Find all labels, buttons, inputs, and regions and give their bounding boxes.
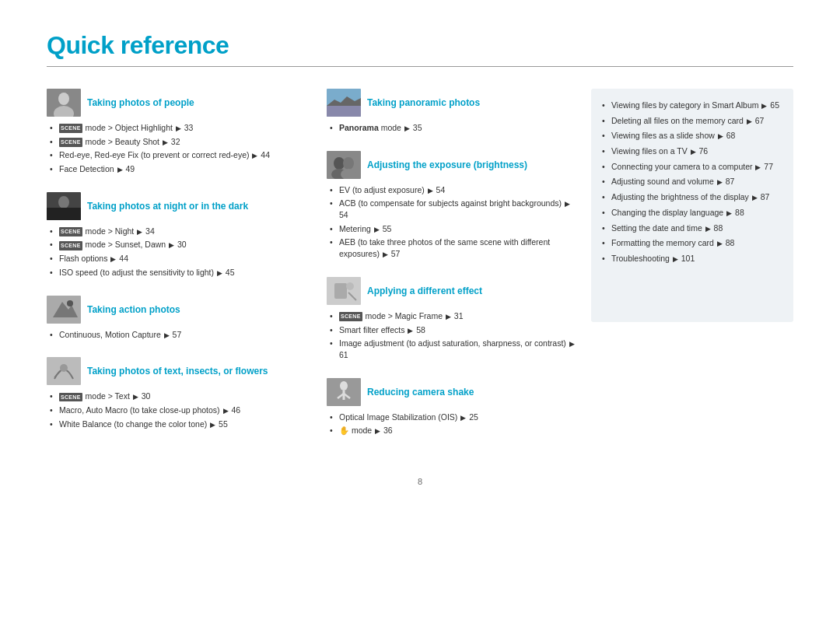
list-item: Smart filter effects ▶ 58 (330, 324, 576, 336)
section-panoramic-body: Panorama mode ▶ 35 (327, 122, 576, 134)
list-item: Image adjustment (to adjust saturation, … (330, 338, 576, 360)
list-item: Panorama mode ▶ 35 (330, 122, 576, 134)
list-item: ✋ mode ▶ 36 (330, 425, 576, 436)
list-item: SCENE mode > Magic Frame ▶ 31 (330, 310, 576, 322)
list-item: Macro, Auto Macro (to take close-up phot… (50, 405, 311, 416)
list-item: Troubleshooting ▶ 101 (602, 253, 782, 264)
section-action-body: Continuous, Motion Capture ▶ 57 (47, 329, 311, 341)
section-shake-list: Optical Image Stabilization (OIS) ▶ 25 ✋… (330, 412, 576, 436)
section-people-list: SCENE mode > Object Highlight ▶ 33 SCENE… (50, 122, 311, 175)
svg-rect-6 (47, 208, 81, 220)
section-night-title: Taking photos at night or in the dark (87, 201, 248, 212)
section-text-header: Taking photos of text, insects, or flowe… (47, 357, 311, 385)
list-item: ACB (to compensate for subjects against … (330, 198, 576, 220)
section-text-thumb (47, 357, 81, 385)
list-item: Viewing files on a TV ▶ 76 (602, 145, 782, 157)
list-item: Adjusting sound and volume ▶ 87 (602, 176, 782, 187)
section-shake-header: Reducing camera shake (327, 378, 576, 406)
section-panoramic: Taking panoramic photos Panorama mode ▶ … (327, 89, 576, 134)
content-columns: Taking photos of people SCENE mode > Obj… (47, 89, 793, 454)
section-action-thumb (47, 296, 81, 324)
list-item: SCENE mode > Sunset, Dawn ▶ 30 (50, 239, 311, 250)
section-text-body: SCENE mode > Text ▶ 30 Macro, Auto Macro… (47, 391, 311, 429)
list-item: SCENE mode > Beauty Shot ▶ 32 (50, 136, 311, 148)
section-panoramic-thumb (327, 89, 361, 117)
list-item: SCENE mode > Night ▶ 34 (50, 226, 311, 237)
section-shake: Reducing camera shake Optical Image Stab… (327, 378, 576, 436)
section-night-thumb (47, 192, 81, 220)
section-action: Taking action photos Continuous, Motion … (47, 296, 311, 341)
section-people-thumb (47, 89, 81, 117)
svg-rect-22 (334, 283, 347, 299)
svg-point-18 (343, 157, 354, 170)
section-text-title: Taking photos of text, insects, or flowe… (87, 366, 268, 377)
section-exposure-list: EV (to adjust exposure) ▶ 54 ACB (to com… (330, 184, 576, 260)
section-effect-title: Applying a different effect (367, 285, 482, 296)
right-list: Viewing files by category in Smart Album… (602, 100, 782, 264)
section-panoramic-header: Taking panoramic photos (327, 89, 576, 117)
section-action-list: Continuous, Motion Capture ▶ 57 (50, 329, 311, 341)
list-item: Red-eye, Red-eye Fix (to prevent or corr… (50, 149, 311, 161)
section-panoramic-list: Panorama mode ▶ 35 (330, 122, 576, 134)
list-item: Metering ▶ 55 (330, 223, 576, 235)
section-text: Taking photos of text, insects, or flowe… (47, 357, 311, 429)
section-panoramic-title: Taking panoramic photos (367, 97, 480, 108)
col-right: Viewing files by category in Smart Album… (591, 89, 793, 454)
svg-point-11 (60, 364, 68, 372)
list-item: Viewing files as a slide show ▶ 68 (602, 130, 782, 142)
list-item: Deleting all files on the memory card ▶ … (602, 115, 782, 127)
col-mid: Taking panoramic photos Panorama mode ▶ … (327, 89, 591, 454)
section-people-header: Taking photos of people (47, 89, 311, 117)
svg-point-9 (67, 300, 73, 306)
svg-point-1 (58, 93, 69, 105)
section-people-title: Taking photos of people (87, 97, 194, 108)
section-night-list: SCENE mode > Night ▶ 34 SCENE mode > Sun… (50, 226, 311, 278)
section-effect: Applying a different effect SCENE mode >… (327, 277, 576, 361)
section-action-header: Taking action photos (47, 296, 311, 324)
list-item: Viewing files by category in Smart Album… (602, 100, 782, 111)
col-left: Taking photos of people SCENE mode > Obj… (47, 89, 327, 454)
section-people-body: SCENE mode > Object Highlight ▶ 33 SCENE… (47, 122, 311, 175)
list-item: EV (to adjust exposure) ▶ 54 (330, 184, 576, 196)
section-exposure-header: Adjusting the exposure (brightness) (327, 151, 576, 179)
section-night: Taking photos at night or in the dark SC… (47, 192, 311, 278)
list-item: SCENE mode > Object Highlight ▶ 33 (50, 122, 311, 134)
list-item: AEB (to take three photos of the same sc… (330, 236, 576, 259)
svg-point-26 (340, 381, 348, 391)
list-item: Flash options ▶ 44 (50, 253, 311, 264)
svg-point-4 (58, 196, 69, 208)
list-item: ISO speed (to adjust the sensitivity to … (50, 267, 311, 278)
section-action-title: Taking action photos (87, 304, 180, 315)
list-item: Face Detection ▶ 49 (50, 163, 311, 175)
section-effect-list: SCENE mode > Magic Frame ▶ 31 Smart filt… (330, 310, 576, 361)
svg-rect-14 (327, 106, 361, 117)
section-exposure: Adjusting the exposure (brightness) EV (… (327, 151, 576, 260)
list-item: Connecting your camera to a computer ▶ 7… (602, 161, 782, 173)
page: Quick reference Taking photos of people (0, 0, 840, 517)
list-item: White Balance (to change the color tone)… (50, 419, 311, 430)
section-night-header: Taking photos at night or in the dark (47, 192, 311, 220)
page-number: 8 (47, 477, 793, 486)
page-title: Quick reference (47, 31, 793, 60)
section-effect-header: Applying a different effect (327, 277, 576, 305)
section-night-body: SCENE mode > Night ▶ 34 SCENE mode > Sun… (47, 226, 311, 278)
right-box: Viewing files by category in Smart Album… (591, 89, 793, 322)
section-exposure-title: Adjusting the exposure (brightness) (367, 159, 527, 170)
section-shake-body: Optical Image Stabilization (OIS) ▶ 25 ✋… (327, 412, 576, 436)
section-effect-body: SCENE mode > Magic Frame ▶ 31 Smart filt… (327, 310, 576, 361)
list-item: Continuous, Motion Capture ▶ 57 (50, 329, 311, 341)
section-shake-title: Reducing camera shake (367, 387, 474, 398)
list-item: Setting the date and time ▶ 88 (602, 222, 782, 234)
section-shake-thumb (327, 378, 361, 406)
section-effect-thumb (327, 277, 361, 305)
section-people: Taking photos of people SCENE mode > Obj… (47, 89, 311, 175)
section-text-list: SCENE mode > Text ▶ 30 Macro, Auto Macro… (50, 391, 311, 429)
list-item: Optical Image Stabilization (OIS) ▶ 25 (330, 412, 576, 423)
list-item: SCENE mode > Text ▶ 30 (50, 391, 311, 402)
title-divider (47, 66, 793, 67)
list-item: Adjusting the brightness of the display … (602, 191, 782, 203)
svg-point-17 (334, 157, 345, 170)
svg-point-23 (346, 282, 354, 290)
list-item: Changing the display language ▶ 88 (602, 207, 782, 219)
section-exposure-thumb (327, 151, 361, 179)
